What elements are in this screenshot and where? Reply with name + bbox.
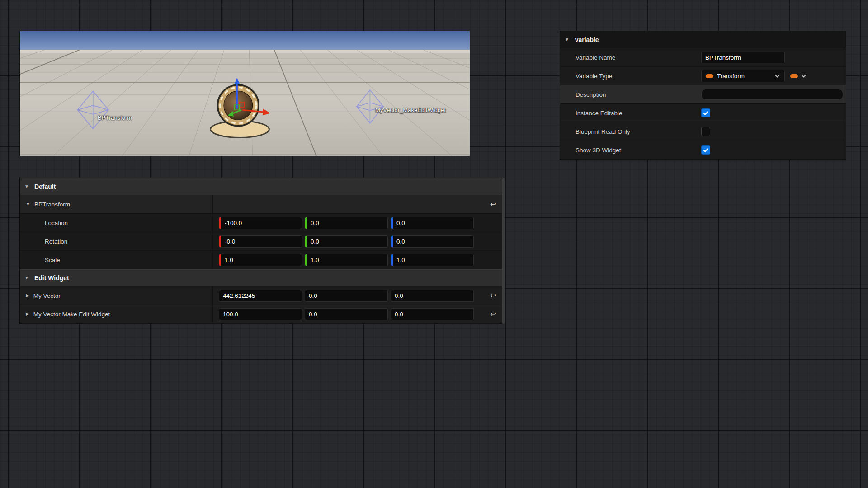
property-row-rotation[interactable]: Rotation bbox=[20, 232, 502, 251]
scale-y-field bbox=[305, 254, 388, 266]
row-instance-editable: Instance Editable bbox=[560, 104, 846, 122]
scrollbar-thumb[interactable] bbox=[502, 178, 505, 324]
row-show-3d-widget: Show 3D Widget bbox=[560, 141, 846, 160]
my-vector-make-edit-widget-x-field bbox=[219, 308, 302, 320]
details-scrollbar[interactable] bbox=[502, 178, 505, 324]
level-viewport-panel[interactable]: BPTransform MyVector_MakeEditWidget bbox=[20, 31, 470, 156]
collapse-arrow-icon[interactable]: ▼ bbox=[24, 276, 29, 280]
reset-to-default-button[interactable]: ↩ bbox=[490, 310, 496, 318]
collapse-arrow-icon[interactable]: ▼ bbox=[26, 202, 30, 206]
my-vector-make-edit-widget-label: My Vector Make Edit Widget bbox=[33, 311, 110, 318]
variable-section-title: Variable bbox=[575, 36, 599, 43]
expand-arrow-icon[interactable]: ▶ bbox=[26, 293, 29, 298]
variable-type-dropdown[interactable]: Transform bbox=[701, 70, 785, 82]
category-header-default[interactable]: ▼ Default bbox=[20, 178, 502, 195]
instance-editable-checkbox[interactable] bbox=[701, 108, 710, 117]
collapse-arrow-icon[interactable]: ▼ bbox=[565, 38, 569, 42]
instance-editable-label: Instance Editable bbox=[576, 110, 701, 117]
variable-type-label: Variable Type bbox=[576, 73, 701, 80]
location-x-field bbox=[219, 217, 302, 229]
my-vector-y-input[interactable] bbox=[305, 290, 387, 301]
chevron-down-icon bbox=[801, 74, 807, 78]
chevron-down-icon bbox=[774, 74, 780, 78]
details-panel: ▼ Default ▼ BPTransform ↩ Location bbox=[20, 178, 502, 324]
reset-to-default-button[interactable]: ↩ bbox=[490, 292, 496, 300]
location-z-input[interactable] bbox=[393, 217, 473, 229]
my-vector-label: My Vector bbox=[33, 292, 61, 299]
my-vector-z-field bbox=[391, 290, 474, 302]
bptransform-property-label: BPTransform bbox=[34, 201, 70, 208]
check-icon bbox=[703, 147, 709, 153]
property-row-my-vector-make-edit-widget[interactable]: ▶ My Vector Make Edit Widget ↩ bbox=[20, 305, 502, 324]
location-z-field bbox=[391, 217, 474, 229]
location-y-input[interactable] bbox=[307, 217, 387, 229]
variable-type-value: Transform bbox=[717, 73, 771, 80]
my-vector-make-edit-widget-z-field bbox=[391, 308, 474, 320]
scale-label: Scale bbox=[45, 257, 60, 263]
actor-label-bptransform: BPTransform bbox=[98, 114, 132, 121]
rotation-y-field bbox=[305, 235, 388, 248]
my-vector-make-edit-widget-x-input[interactable] bbox=[219, 309, 302, 320]
property-row-my-vector[interactable]: ▶ My Vector ↩ bbox=[20, 286, 502, 305]
rotation-label: Rotation bbox=[45, 238, 67, 245]
my-vector-make-edit-widget-z-input[interactable] bbox=[391, 309, 473, 320]
row-variable-name: Variable Name bbox=[560, 48, 846, 67]
rotation-z-input[interactable] bbox=[393, 236, 473, 247]
variable-panel: ▼ Variable Variable Name Variable Type T… bbox=[560, 31, 846, 160]
my-vector-x-field bbox=[219, 290, 302, 302]
rotation-x-field bbox=[219, 235, 302, 248]
scale-x-field bbox=[219, 254, 302, 266]
my-vector-z-input[interactable] bbox=[391, 290, 473, 301]
property-row-location[interactable]: Location bbox=[20, 214, 502, 232]
my-vector-y-field bbox=[305, 290, 388, 302]
rotation-x-input[interactable] bbox=[221, 236, 302, 247]
level-viewport-render bbox=[20, 31, 470, 156]
blueprint-read-only-label: Blueprint Read Only bbox=[576, 128, 701, 135]
rotation-y-input[interactable] bbox=[307, 236, 387, 247]
location-x-input[interactable] bbox=[221, 217, 302, 229]
row-description: Description bbox=[560, 85, 846, 104]
category-label-default: Default bbox=[34, 183, 56, 190]
check-icon bbox=[703, 110, 709, 116]
rotation-z-field bbox=[391, 235, 474, 248]
show-3d-widget-checkbox[interactable] bbox=[701, 145, 710, 155]
expand-arrow-icon[interactable]: ▶ bbox=[26, 312, 29, 316]
collapse-arrow-icon[interactable]: ▼ bbox=[24, 184, 29, 189]
reset-to-default-button[interactable]: ↩ bbox=[490, 201, 496, 208]
scale-x-input[interactable] bbox=[221, 254, 302, 266]
container-type-button[interactable] bbox=[790, 74, 807, 78]
scale-y-input[interactable] bbox=[307, 254, 387, 266]
my-vector-make-edit-widget-y-field bbox=[305, 308, 388, 320]
description-label: Description bbox=[576, 91, 701, 98]
actor-label-myvector-makeeditwidget: MyVector_MakeEditWidget bbox=[375, 107, 446, 113]
scale-z-input[interactable] bbox=[393, 254, 473, 266]
row-blueprint-read-only: Blueprint Read Only bbox=[560, 122, 846, 141]
show-3d-widget-label: Show 3D Widget bbox=[576, 147, 701, 154]
variable-name-label: Variable Name bbox=[576, 54, 701, 61]
property-row-bptransform[interactable]: ▼ BPTransform ↩ bbox=[20, 195, 502, 214]
variable-section-header[interactable]: ▼ Variable bbox=[560, 31, 846, 48]
variable-name-input[interactable] bbox=[701, 52, 785, 63]
category-header-edit-widget[interactable]: ▼ Edit Widget bbox=[20, 269, 502, 286]
location-y-field bbox=[305, 217, 388, 229]
transform-type-pill-icon bbox=[706, 74, 713, 78]
location-label: Location bbox=[45, 220, 68, 226]
scale-z-field bbox=[391, 254, 474, 266]
row-variable-type: Variable Type Transform bbox=[560, 67, 846, 85]
my-vector-make-edit-widget-y-input[interactable] bbox=[305, 309, 387, 320]
my-vector-x-input[interactable] bbox=[219, 290, 302, 301]
sky bbox=[20, 31, 470, 50]
property-row-scale[interactable]: Scale bbox=[20, 251, 502, 269]
container-type-pill-icon bbox=[790, 74, 798, 78]
blueprint-graph-background[interactable]: BPTransform MyVector_MakeEditWidget ▼ Va… bbox=[0, 0, 868, 488]
blueprint-read-only-checkbox[interactable] bbox=[701, 127, 710, 136]
description-input[interactable] bbox=[701, 89, 843, 100]
category-label-edit-widget: Edit Widget bbox=[34, 274, 69, 282]
